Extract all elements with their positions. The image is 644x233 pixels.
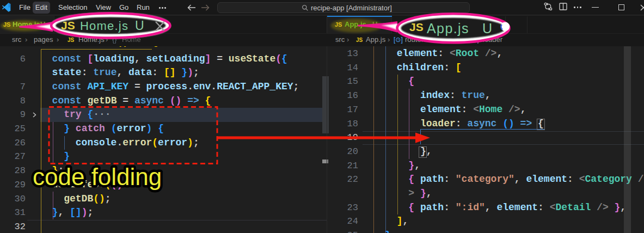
svg-text:JS: JS (61, 19, 75, 32)
svg-text:Home.js: Home.js (80, 19, 128, 33)
svg-text:App.js: App.js (427, 21, 469, 36)
svg-text:JS: JS (409, 21, 424, 33)
svg-text:U: U (482, 21, 492, 36)
svg-text:U: U (135, 19, 144, 33)
svg-text:code folding: code folding (33, 163, 162, 190)
